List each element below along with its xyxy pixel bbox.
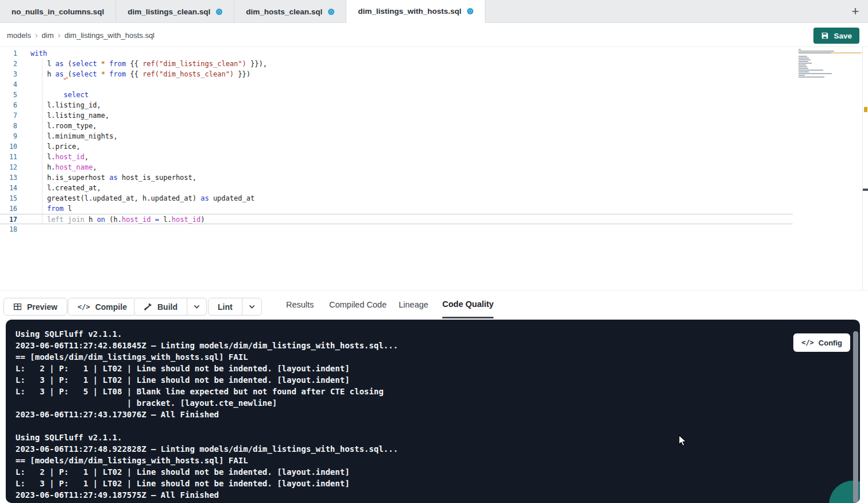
build-dropdown-button[interactable] (187, 298, 206, 315)
minimap-line (798, 51, 862, 52)
line-number: 9 (0, 131, 17, 141)
minimap-line (798, 54, 862, 55)
code-text: l.listing_id, (30, 100, 101, 110)
code-icon: </> (78, 303, 90, 311)
code-line[interactable]: 17 left join h on (h.host_id = l.host_id… (0, 214, 793, 224)
minimap-line (798, 64, 862, 66)
code-text: with (30, 48, 47, 59)
chevron-down-icon (193, 303, 200, 310)
code-text: l as (select * from {{ ref("dim_listings… (30, 59, 267, 69)
minimap-line (798, 78, 862, 79)
terminal-line: | bracket. [layout.cte_newline] (16, 397, 398, 409)
code-text: l.price, (30, 141, 80, 152)
editor-tab-2[interactable]: dim_listings_clean.sql (116, 0, 234, 23)
line-number: 13 (0, 172, 17, 183)
terminal-line: L: 2 | P: 1 | LT02 | Line should not be … (16, 363, 398, 374)
code-line[interactable]: 9 l.minimum_nights, (0, 131, 793, 141)
code-line[interactable]: 18 (0, 224, 793, 235)
code-line[interactable]: 16 from l (0, 203, 793, 214)
terminal-line: == [models/dim/dim_listings_with_hosts.s… (16, 351, 398, 363)
code-line[interactable]: 1with (0, 48, 793, 59)
terminal-scrollbar[interactable] (853, 331, 858, 503)
line-number: 7 (0, 110, 17, 121)
minimap-line (798, 76, 862, 78)
line-number: 16 (0, 203, 17, 214)
editor-tab-1[interactable]: no_nulls_in_columns.sql (0, 0, 116, 23)
panel-tab-compiled-code[interactable]: Compiled Code (329, 291, 387, 318)
line-number: 4 (0, 79, 17, 90)
tab-label: dim_listings_clean.sql (128, 7, 210, 16)
code-text: l.host_id, (30, 152, 88, 162)
code-line[interactable]: 10 l.price, (0, 141, 793, 152)
breadcrumb-item[interactable]: dim_listings_with_hosts.sql (64, 31, 155, 40)
new-tab-button[interactable]: + (843, 0, 868, 22)
breadcrumb-item[interactable]: dim (42, 31, 54, 40)
code-line[interactable]: 7 l.listing_name, (0, 110, 793, 121)
cursor-position-marker (863, 189, 868, 191)
panel-tab-lineage[interactable]: Lineage (399, 291, 429, 318)
terminal-line: 2023-06-06T11:27:49.187575Z — All Finish… (16, 489, 398, 501)
terminal-line: 2023-06-06T11:27:42.861845Z — Linting mo… (16, 340, 398, 351)
line-number: 11 (0, 152, 17, 162)
hammer-icon (144, 302, 152, 311)
save-icon (821, 32, 829, 40)
tab-label: dim_listings_with_hosts.sql (358, 7, 461, 16)
line-number: 14 (0, 183, 17, 193)
terminal-line: Using SQLFluff v2.1.1. (16, 328, 398, 340)
editor-tab-3[interactable]: dim_hosts_clean.sql (234, 0, 346, 23)
breadcrumb-separator: › (35, 30, 38, 40)
compile-button[interactable]: </> Compile (68, 298, 137, 316)
minimap-line (798, 70, 862, 71)
minimap-line (798, 71, 862, 72)
minimap-line (798, 52, 862, 53)
code-line[interactable]: 14 l.created_at, (0, 183, 793, 193)
overview-ruler[interactable] (862, 47, 868, 290)
code-line[interactable]: 13 h.is_superhost as host_is_superhost, (0, 172, 793, 183)
code-line[interactable]: 5 select (0, 90, 793, 100)
code-line[interactable]: 11 l.host_id, (0, 152, 793, 162)
panel-tab-code-quality[interactable]: Code Quality (442, 291, 493, 318)
minimap-line (798, 68, 862, 69)
lint-warning-marker (864, 107, 867, 112)
code-line[interactable]: 12 h.host_name, (0, 162, 793, 172)
code-line[interactable]: 4 (0, 79, 793, 90)
unsaved-dot-icon (467, 8, 473, 14)
terminal-line (16, 420, 398, 432)
terminal-line: L: 3 | P: 5 | LT08 | Blank line expected… (16, 386, 398, 397)
code-editor[interactable]: 1with2 l as (select * from {{ ref("dim_l… (0, 47, 868, 290)
code-text: from l (30, 203, 72, 214)
editor-tab-4[interactable]: dim_listings_with_hosts.sql (346, 0, 485, 23)
tab-label: dim_hosts_clean.sql (246, 7, 322, 16)
code-line[interactable]: 3 h as (select * from {{ ref("dim_hosts_… (0, 69, 793, 79)
minimap[interactable] (798, 49, 862, 80)
breadcrumb-item[interactable]: models (7, 31, 31, 40)
lint-button[interactable]: Lint (208, 298, 262, 316)
code-line[interactable]: 2 l as (select * from {{ ref("dim_listin… (0, 59, 793, 69)
action-toolbar: Preview </> Compile Build Lint ResultsCo… (0, 290, 868, 318)
minimap-line (798, 75, 862, 76)
breadcrumb-bar: models›dim›dim_listings_with_hosts.sql S… (0, 24, 868, 47)
terminal-output: Using SQLFluff v2.1.1.2023-06-06T11:27:4… (16, 328, 398, 501)
preview-button[interactable]: Preview (3, 298, 67, 316)
save-button[interactable]: Save (813, 28, 859, 44)
panel-tab-results[interactable]: Results (286, 291, 314, 318)
editor-tab-bar: no_nulls_in_columns.sqldim_listings_clea… (0, 0, 868, 23)
line-number: 18 (0, 224, 17, 235)
code-line[interactable]: 15 greatest(l.updated_at, h.updated_at) … (0, 193, 793, 203)
unsaved-dot-icon (328, 9, 334, 15)
lint-dropdown-button[interactable] (242, 298, 261, 315)
tab-label: no_nulls_in_columns.sql (11, 7, 104, 16)
code-line[interactable]: 8 l.room_type, (0, 121, 793, 131)
minimap-line (798, 59, 862, 60)
chevron-down-icon (248, 303, 256, 310)
config-button[interactable]: </> Config (793, 333, 850, 352)
build-button[interactable]: Build (134, 298, 207, 316)
line-number: 6 (0, 100, 17, 110)
terminal-panel: Using SQLFluff v2.1.1.2023-06-06T11:27:4… (6, 320, 860, 503)
code-line[interactable]: 6 l.listing_id, (0, 100, 793, 110)
code-text: select (30, 90, 88, 100)
code-text: h.is_superhost as host_is_superhost, (30, 172, 196, 183)
code-text: greatest(l.updated_at, h.updated_at) as … (30, 193, 254, 203)
code-text: l.room_type, (30, 121, 97, 131)
terminal-line: L: 3 | P: 1 | LT02 | Line should not be … (16, 374, 398, 386)
